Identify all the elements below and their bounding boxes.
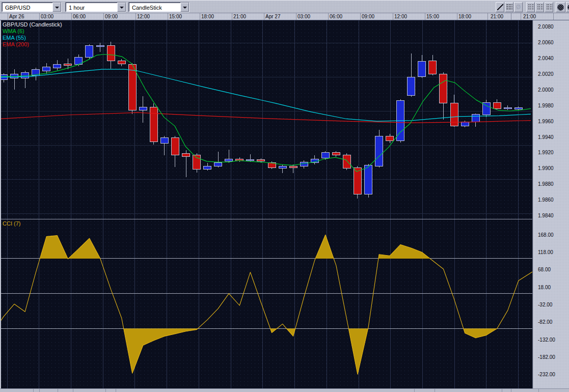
time-axis-label: 09:00 (105, 14, 118, 19)
time-axis-tick (553, 13, 554, 20)
cci-axis-label: -182.00 (538, 354, 555, 360)
cci-chart (0, 219, 533, 388)
time-axis-tick (136, 13, 136, 20)
cci-axis-label: 118.00 (538, 249, 553, 255)
symbol-select[interactable]: GBP/USD (2, 2, 62, 12)
symbol-select-dropdown-button[interactable] (52, 3, 61, 12)
dot-rows-icon (527, 5, 534, 10)
legend-title: GBP/USD (Candlestick) (3, 21, 62, 28)
cci-axis-label: 168.00 (538, 232, 554, 238)
scrollbar-divider (511, 389, 511, 392)
scrollbar-divider (502, 389, 502, 392)
chevron-down-icon[interactable] (117, 3, 126, 12)
price-axis-label: 1.9960 (538, 119, 554, 124)
price-chart-canvas[interactable] (0, 20, 533, 219)
price-axis-label: 1.9860 (538, 197, 554, 203)
horizontal-scrollbar[interactable] (0, 388, 569, 392)
scrollbar-divider (33, 389, 34, 392)
cci-indicator-canvas[interactable] (0, 219, 533, 388)
charting-application: GBP/USD 1 hour CandleStick Ø Apr 2603:00… (0, 0, 569, 392)
price-axis-label: 1.9980 (538, 103, 554, 108)
time-axis-tick (168, 13, 168, 20)
time-axis-tick (232, 13, 232, 20)
time-axis-tick (328, 13, 329, 20)
time-axis-tick (487, 13, 488, 20)
chevron-down-icon (120, 7, 124, 11)
time-axis-tick (200, 13, 200, 20)
toolbar: GBP/USD 1 hour CandleStick Ø (0, 0, 569, 13)
chevron-down-icon[interactable] (180, 3, 189, 12)
price-axis-label: 1.9880 (538, 181, 554, 187)
ellipse-tool-button[interactable]: Ø (514, 2, 523, 12)
scrollbar-divider (435, 389, 435, 392)
legend-wma6: WMA (6) (3, 28, 62, 35)
time-axis-label: 06:00 (73, 14, 86, 19)
symbol-select-value: GBP/USD (2, 3, 52, 12)
slash-icon (497, 4, 503, 10)
chart-type-select[interactable]: CandleStick (128, 2, 189, 12)
time-axis-tick (103, 13, 104, 20)
time-axis-label: 03:00 (297, 14, 310, 19)
scrollbar-divider (58, 389, 58, 392)
price-axis-label: 1.9920 (538, 150, 554, 155)
price-axis-label: 2.0040 (538, 55, 554, 61)
candlestick-chart (0, 20, 533, 219)
time-axis-label: 18:00 (201, 14, 214, 19)
cci-axis-label: 68.00 (538, 267, 551, 272)
grid-style-3-button[interactable] (545, 2, 553, 12)
time-axis-tick (425, 13, 425, 20)
legend-ema55: EMA (55) (3, 35, 62, 41)
price-axis-label: 2.0020 (538, 71, 554, 77)
time-axis-label: 18:00 (458, 14, 471, 19)
time-axis-label: 15:00 (426, 14, 439, 19)
pattern-1-button[interactable] (556, 2, 565, 12)
trendline-tool-button[interactable] (496, 2, 504, 12)
interval-select[interactable]: 1 hour (65, 2, 126, 12)
time-axis-tick (393, 13, 393, 20)
time-axis[interactable]: Apr 2603:0006:0009:0012:0015:0018:0021:0… (0, 13, 569, 20)
time-axis-tick (264, 13, 264, 20)
chevron-down-icon (55, 7, 59, 11)
scrollbar-divider (39, 389, 40, 392)
price-axis-label: 1.9900 (538, 165, 554, 171)
time-axis-label: 06:00 (330, 14, 342, 19)
cci-axis-label: -132.00 (538, 337, 555, 343)
time-axis-label: Apr 26 (9, 14, 24, 19)
grid-style-1-button[interactable] (526, 2, 535, 12)
interval-select-value: 1 hour (66, 3, 117, 12)
time-axis-label: 21:00 (491, 14, 503, 19)
time-axis-label: 21:00 (523, 14, 536, 19)
drawing-tools-group: Ø (496, 2, 569, 13)
time-axis-label: 15:00 (169, 14, 182, 19)
time-axis-label: 12:00 (137, 14, 150, 19)
cci-axis-label: 18.00 (538, 285, 551, 290)
price-axis-label: 1.9940 (538, 134, 554, 140)
time-axis-tick (8, 13, 8, 20)
time-axis-tick (71, 13, 72, 20)
cci-axis-label: -82.00 (538, 319, 552, 325)
price-axis[interactable]: 2.00802.00602.00402.00202.00001.99801.99… (533, 20, 569, 388)
grid-style-2-button[interactable] (535, 2, 544, 12)
price-axis-label: 2.0060 (538, 40, 554, 45)
time-axis-tick (39, 13, 40, 20)
price-axis-label: 1.9840 (538, 213, 554, 218)
price-axis-label: 2.0080 (538, 24, 554, 30)
dot-rows-icon (536, 5, 543, 10)
cci-panel-title: CCI (7) (3, 220, 20, 227)
pattern-2-button[interactable] (566, 2, 569, 12)
dash-rows-icon (506, 5, 512, 10)
price-axis-label: 2.0000 (538, 87, 554, 93)
time-axis-tick (457, 13, 457, 20)
time-axis-label: 21:00 (233, 14, 246, 19)
chevron-down-icon (183, 7, 187, 11)
legend-ema200: EMA (200) (3, 41, 62, 48)
time-axis-tick (296, 13, 296, 20)
scrollbar-divider (414, 389, 415, 392)
time-axis-label: Apr 27 (265, 14, 280, 19)
horizontal-lines-tool-button[interactable] (505, 2, 513, 12)
scrollbar-divider (538, 389, 539, 392)
legend: GBP/USD (Candlestick) WMA (6) EMA (55) E… (3, 21, 62, 48)
oslash-icon: Ø (516, 4, 521, 10)
time-axis-tick (511, 13, 511, 20)
cci-axis-label: -232.00 (538, 372, 555, 377)
